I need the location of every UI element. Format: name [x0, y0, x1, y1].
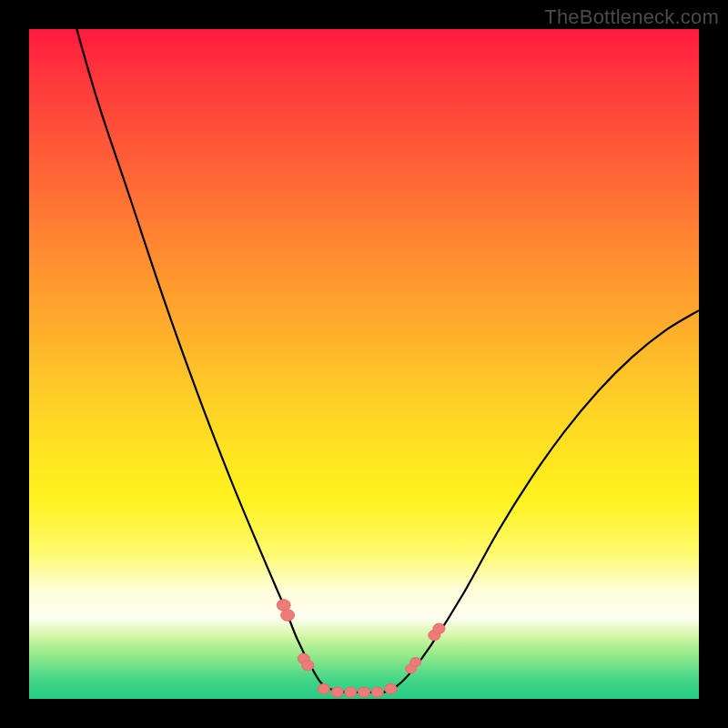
chart-svg — [29, 29, 699, 699]
plot-area — [29, 29, 699, 699]
curve-marker — [385, 683, 397, 693]
chart-frame: TheBottleneck.com — [0, 0, 728, 728]
curve-marker — [302, 661, 314, 671]
curve-marker — [433, 623, 445, 633]
curve-marker — [410, 658, 421, 667]
watermark-text: TheBottleneck.com — [544, 5, 719, 29]
curve-marker — [281, 610, 295, 622]
curve-marker — [371, 687, 383, 697]
curve-marker — [331, 687, 343, 697]
curve-marker — [358, 687, 369, 697]
curve-marker — [345, 687, 357, 697]
curve-marker — [318, 683, 329, 693]
bottleneck-curve — [69, 3, 699, 693]
